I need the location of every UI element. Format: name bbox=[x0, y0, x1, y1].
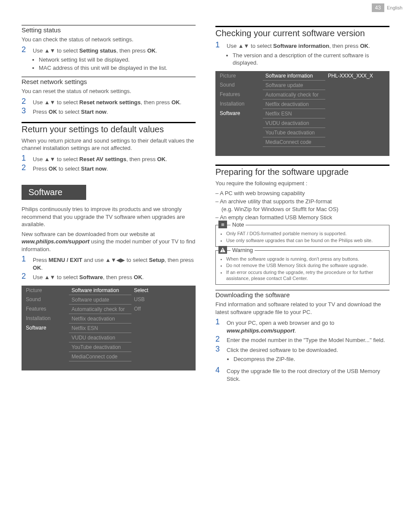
bullet: MAC address of this unit will be display… bbox=[39, 64, 196, 72]
text: You require the following equipment : bbox=[215, 180, 389, 187]
software-menu-table-1: PictureSoftware informationSelect SoundS… bbox=[22, 286, 196, 371]
step: 2 Use ▲▼ to select Setting status, then … bbox=[22, 46, 196, 55]
page-lang: English bbox=[387, 5, 402, 10]
note-item: Use only software upgrades that can be f… bbox=[226, 237, 385, 243]
bullet: The version and a description of the cur… bbox=[233, 52, 389, 67]
warning-item: Do not remove the USB Memory Stick durin… bbox=[226, 262, 385, 268]
heading-check-software: Checking your current software version bbox=[215, 26, 389, 38]
dash-list: A PC with web browsing capability An arc… bbox=[215, 190, 389, 222]
text: Philips continuously tries to improve it… bbox=[22, 205, 196, 228]
step: 3 Press OK to select Start now. bbox=[22, 107, 196, 116]
svg-rect-1 bbox=[222, 249, 223, 251]
text: When you return picture and sound settin… bbox=[22, 137, 196, 152]
step: 1 Press MENU / EXIT and use ▲▼◀▶ to sele… bbox=[22, 255, 196, 271]
heading-downloading: Downloading the software bbox=[215, 290, 389, 299]
warning-title: Warning bbox=[230, 247, 255, 253]
page-number: 43 bbox=[372, 3, 384, 12]
text: Find information and software related to… bbox=[215, 301, 389, 316]
left-column: Setting status You can check the status … bbox=[22, 20, 196, 384]
warning-icon bbox=[218, 246, 227, 254]
step: 1 On your PC, open a web browser and go … bbox=[215, 318, 389, 334]
up-down-arrows-icon: ▲▼ bbox=[44, 156, 56, 162]
svg-rect-2 bbox=[222, 251, 223, 252]
step: 1 Use ▲▼ to select Software information,… bbox=[215, 41, 389, 50]
note-title: Note bbox=[230, 221, 246, 228]
step: 2 Enter the model number in the "Type th… bbox=[215, 335, 389, 344]
note-icon: ≡ bbox=[218, 221, 227, 228]
right-column: Checking your current software version 1… bbox=[215, 20, 389, 384]
heading-reset-network: Reset network settings bbox=[22, 77, 196, 85]
warning-callout: Warning When the software upgrade is run… bbox=[215, 250, 389, 285]
dash-item: An archive utility that supports the ZIP… bbox=[215, 198, 389, 213]
section-band-software: Software bbox=[22, 185, 86, 200]
warning-item: If an error occurs during the upgrade, r… bbox=[226, 269, 385, 282]
text: You can reset the status of network sett… bbox=[22, 87, 196, 95]
step: 4 Copy the upgrade file to the root dire… bbox=[215, 366, 389, 383]
page-header: 43 English bbox=[0, 0, 411, 16]
step: 2 Use ▲▼ to select Software, then press … bbox=[22, 272, 196, 281]
step: 1 Use ▲▼ to select Reset AV settings, th… bbox=[22, 154, 196, 163]
all-arrows-icon: ▲▼◀▶ bbox=[105, 257, 125, 263]
text: New software can be downloaded from our … bbox=[22, 230, 196, 253]
text: You can check the status of network sett… bbox=[22, 36, 196, 44]
bullet-list: Network setting list will be displayed. … bbox=[22, 56, 196, 72]
up-down-arrows-icon: ▲▼ bbox=[238, 43, 249, 49]
step: 2 Press OK to select Start now. bbox=[22, 164, 196, 173]
bullet: Network setting list will be displayed. bbox=[39, 56, 196, 64]
up-down-arrows-icon: ▲▼ bbox=[44, 274, 56, 280]
up-down-arrows-icon: ▲▼ bbox=[44, 47, 56, 54]
software-menu-table-2: PictureSoftware informationPHL-XXXX_XXX_… bbox=[215, 71, 389, 156]
note-item: Only FAT / DOS-formatted portable memory… bbox=[226, 230, 385, 236]
up-down-arrows-icon: ▲▼ bbox=[44, 99, 56, 106]
warning-item: When the software upgrade is running, do… bbox=[226, 256, 385, 262]
step: 2 Use ▲▼ to select Reset network setting… bbox=[22, 97, 196, 106]
heading-preparing-upgrade: Preparing for the software upgrade bbox=[215, 165, 389, 177]
dash-item: A PC with web browsing capability bbox=[215, 190, 389, 197]
heading-return-defaults: Return your settings to default values bbox=[22, 122, 196, 134]
step: 3 Click the desired software to be downl… bbox=[215, 345, 389, 365]
heading-setting-status: Setting status bbox=[22, 25, 196, 34]
bullet: Decompress the ZIP-file. bbox=[234, 355, 389, 363]
note-callout: ≡ Note Only FAT / DOS-formatted portable… bbox=[215, 225, 389, 247]
